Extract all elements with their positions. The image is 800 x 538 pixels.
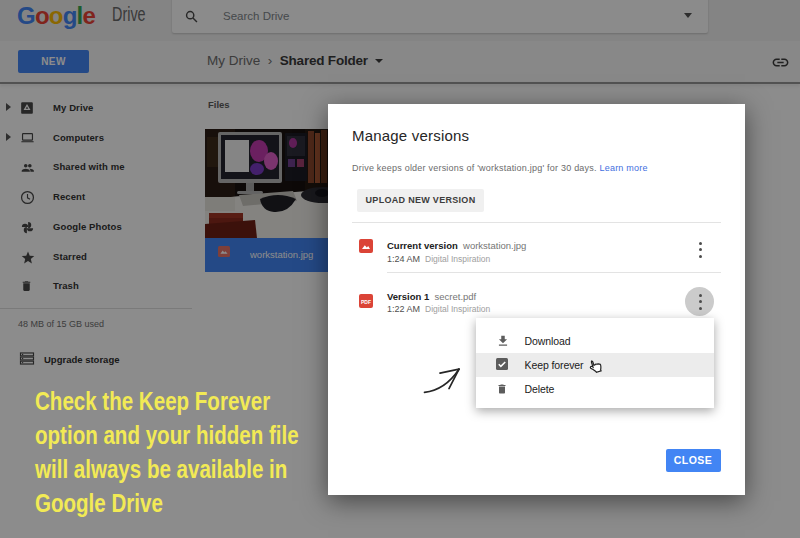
svg-text:PDF: PDF: [361, 299, 371, 305]
